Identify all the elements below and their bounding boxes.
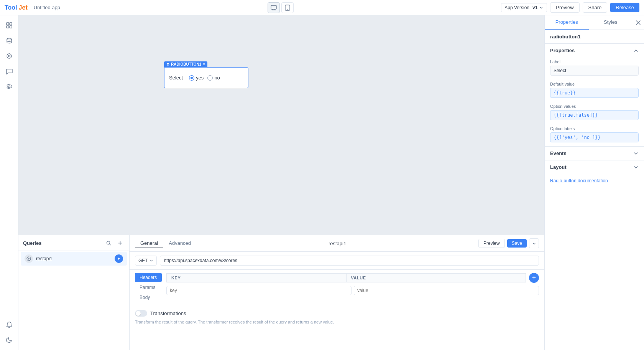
radio-option-yes[interactable]: yes: [189, 75, 204, 81]
svg-point-12: [8, 55, 10, 57]
component-header-close[interactable]: ×: [203, 62, 205, 66]
tab-headers[interactable]: Headers: [135, 273, 162, 282]
sidebar-item-components[interactable]: [2, 18, 16, 32]
layout-expand-icon: [633, 165, 639, 170]
query-list: Queries restapi1: [18, 235, 130, 350]
panel-close-btn[interactable]: [632, 15, 644, 30]
add-query-btn[interactable]: [115, 238, 125, 248]
app-logo[interactable]: ToolJet: [5, 4, 28, 11]
label-field-value[interactable]: Select: [550, 66, 639, 76]
bottom-panel: Queries restapi1 General: [18, 235, 544, 350]
query-expand-btn[interactable]: [529, 238, 539, 248]
events-section: Events: [545, 147, 644, 160]
queries-title: Queries: [23, 240, 41, 246]
version-label: App Version: [504, 5, 529, 10]
properties-section-header[interactable]: Properties: [545, 44, 644, 57]
component-body[interactable]: Select yes no: [164, 67, 248, 88]
params-table-area: KEY VALUE +: [166, 273, 539, 297]
query-editor-name: restapi1: [329, 241, 346, 246]
version-value: v1: [532, 5, 537, 10]
run-query-btn[interactable]: [115, 254, 123, 263]
svg-rect-8: [7, 26, 9, 28]
panel-tabs: Properties Styles: [545, 15, 644, 30]
sidebar-item-datasources[interactable]: [2, 34, 16, 48]
properties-collapse-icon: [633, 48, 639, 53]
method-value: GET: [138, 258, 148, 263]
default-value-input[interactable]: {{true}}: [550, 88, 639, 98]
tab-params[interactable]: Params: [135, 283, 162, 292]
panel-component-name: radiobutton1: [545, 30, 644, 44]
svg-rect-0: [271, 5, 276, 9]
transform-header: Transformations: [135, 310, 539, 317]
tab-general[interactable]: General: [135, 239, 163, 248]
svg-rect-6: [7, 23, 9, 25]
radio-circle-no[interactable]: [207, 75, 213, 81]
sidebar-item-inspector[interactable]: [2, 49, 16, 63]
sidebar-item-settings[interactable]: [2, 80, 16, 94]
radio-circle-yes[interactable]: [189, 75, 194, 81]
left-sidebar: [0, 15, 18, 350]
url-input[interactable]: [160, 256, 539, 266]
canvas-inner[interactable]: ⚙ RADIOBUTTON1 × Select yes no: [18, 15, 544, 235]
default-value-label: Default value: [550, 82, 639, 86]
api-icon: [26, 256, 31, 261]
events-section-header[interactable]: Events: [545, 147, 644, 160]
transform-desc: Transform the result of the query. The t…: [135, 319, 539, 325]
device-switcher: [65, 2, 496, 13]
desktop-view-btn[interactable]: [268, 2, 280, 13]
close-icon: [636, 20, 641, 25]
key-input[interactable]: [166, 286, 352, 295]
chevron-down-icon: [539, 5, 544, 10]
release-button[interactable]: Release: [610, 3, 639, 12]
label-field-label: Label: [550, 59, 639, 64]
option-labels-label: Option labels: [550, 126, 639, 131]
events-title: Events: [550, 150, 567, 156]
query-list-actions: [104, 238, 125, 248]
option-values-input[interactable]: {{[true,false]}}: [550, 110, 639, 120]
tab-styles[interactable]: Styles: [589, 15, 633, 30]
query-save-btn[interactable]: Save: [507, 239, 527, 248]
query-list-header: Queries: [18, 235, 129, 251]
transform-toggle[interactable]: [135, 310, 147, 317]
svg-point-11: [7, 54, 12, 58]
svg-point-10: [7, 38, 12, 40]
svg-marker-17: [118, 258, 120, 260]
query-preview-btn[interactable]: Preview: [478, 239, 505, 248]
layout-section-header[interactable]: Layout: [545, 160, 644, 174]
properties-title: Properties: [550, 48, 575, 53]
default-value-field: Default value {{true}}: [545, 79, 644, 102]
app-title: Untitled app: [34, 5, 60, 10]
expand-icon: [532, 241, 536, 246]
doc-link[interactable]: Radio-button documentation: [545, 174, 644, 187]
svg-point-5: [287, 9, 288, 10]
svg-rect-7: [10, 23, 12, 25]
search-queries-btn[interactable]: [104, 238, 113, 248]
preview-button[interactable]: Preview: [550, 2, 579, 13]
radio-option-no[interactable]: no: [207, 75, 220, 81]
radio-option-yes-label: yes: [196, 75, 204, 81]
tab-properties[interactable]: Properties: [545, 15, 589, 30]
radio-option-no-label: no: [214, 75, 220, 81]
value-input[interactable]: [354, 286, 539, 295]
right-panel: Properties Styles radiobutton1 Propertie…: [544, 15, 644, 350]
sidebar-item-comments[interactable]: [2, 64, 16, 78]
sidebar-item-darkmode[interactable]: [2, 333, 16, 347]
param-row: [166, 284, 539, 297]
version-selector[interactable]: App Version v1: [501, 3, 547, 12]
query-editor-actions: Preview Save: [478, 238, 539, 248]
events-expand-icon: [633, 151, 639, 156]
add-param-btn[interactable]: +: [529, 273, 539, 283]
option-labels-input[interactable]: {{['yes', 'no']}}: [550, 132, 639, 142]
mobile-view-btn[interactable]: [281, 2, 294, 13]
transform-title: Transformations: [150, 310, 186, 316]
transform-toggle-dot: [136, 311, 141, 316]
transformations-section: Transformations Transform the result of …: [130, 306, 544, 329]
query-item-restapi1[interactable]: restapi1: [21, 252, 127, 266]
sidebar-item-notifications[interactable]: [2, 318, 16, 332]
radio-component-wrapper[interactable]: ⚙ RADIOBUTTON1 × Select yes no: [164, 61, 248, 88]
tab-body[interactable]: Body: [135, 293, 162, 302]
share-button[interactable]: Share: [583, 2, 608, 13]
query-editor-top: General Advanced restapi1 Preview Save: [130, 235, 544, 252]
tab-advanced[interactable]: Advanced: [163, 239, 196, 248]
method-selector[interactable]: GET: [135, 256, 157, 266]
